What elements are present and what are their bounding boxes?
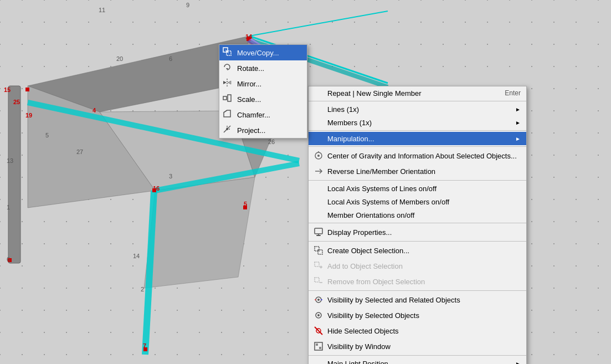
menu-item-display-props-label: Display Properties... xyxy=(327,228,392,237)
menu-item-repeat-label: Repeat | New Single Member xyxy=(327,89,422,98)
svg-line-7 xyxy=(249,11,388,36)
axis-label-9: 9 xyxy=(186,2,189,8)
axis-label-2: 2 xyxy=(141,286,144,293)
context-menu: Repeat | New Single Member Enter Lines (… xyxy=(308,86,527,364)
submenu-item-move-copy[interactable]: Move/Copy... xyxy=(219,45,307,60)
svg-point-35 xyxy=(317,299,320,301)
vis-selected-icon xyxy=(313,310,324,321)
submenu-item-chamfer[interactable]: Chamfer... xyxy=(219,107,307,122)
svg-rect-52 xyxy=(223,96,227,100)
project-icon xyxy=(223,125,234,136)
menu-item-vis-related[interactable]: Visibility by Selected and Related Objec… xyxy=(309,292,526,307)
submenu-item-scale[interactable]: Scale... xyxy=(219,91,307,107)
scale-icon xyxy=(223,94,234,105)
svg-marker-51 xyxy=(228,81,231,84)
menu-item-lines[interactable]: Lines (1x) ► xyxy=(309,102,526,116)
menu-item-display-props[interactable]: Display Properties... xyxy=(309,224,526,240)
gravity-icon xyxy=(313,150,324,161)
menu-item-local-axis-lines[interactable]: Local Axis Systems of Lines on/off xyxy=(309,182,526,195)
move-copy-icon xyxy=(223,47,234,58)
separator-7 xyxy=(309,290,526,291)
menu-item-main-light-label: Main Light Position xyxy=(327,360,388,365)
menu-item-remove-selection-label: Remove from Object Selection xyxy=(327,278,425,286)
svg-rect-27 xyxy=(315,247,319,251)
menu-item-members-label: Members (1x) xyxy=(327,119,372,127)
svg-rect-28 xyxy=(318,250,322,254)
remove-selection-icon xyxy=(313,276,324,287)
menu-item-vis-window[interactable]: Visibility by Window xyxy=(309,339,526,354)
axis-label-11: 11 xyxy=(99,7,105,13)
axis-label-6: 6 xyxy=(169,55,172,62)
svg-marker-50 xyxy=(223,81,227,84)
create-selection-icon xyxy=(313,245,324,256)
members-arrow-icon: ► xyxy=(510,120,521,126)
svg-rect-29 xyxy=(315,262,319,266)
axis-label-26: 26 xyxy=(268,139,275,145)
menu-item-remove-selection[interactable]: Remove from Object Selection xyxy=(309,274,526,289)
svg-rect-53 xyxy=(228,95,231,101)
menu-item-manipulation[interactable]: Manipulation... ► xyxy=(309,132,526,145)
svg-rect-43 xyxy=(316,344,318,346)
axis-label-20: 20 xyxy=(116,55,123,62)
separator-8 xyxy=(309,355,526,356)
menu-item-repeat-shortcut: Enter xyxy=(494,89,521,97)
separator-4 xyxy=(309,180,526,181)
display-props-icon xyxy=(313,227,324,238)
svg-rect-32 xyxy=(315,278,319,282)
node-label-14: 14 xyxy=(245,33,252,40)
menu-item-vis-related-label: Visibility by Selected and Related Objec… xyxy=(327,296,460,304)
menu-item-create-selection-label: Create Object Selection... xyxy=(327,247,409,255)
menu-item-gravity-label: Center of Gravity and Information About … xyxy=(327,152,517,160)
menu-item-main-light[interactable]: Main Light Position ► xyxy=(309,357,526,364)
submenu-item-project[interactable]: Project... xyxy=(219,122,307,138)
menu-item-member-orient[interactable]: Member Orientations on/off xyxy=(309,208,526,222)
svg-rect-13 xyxy=(25,88,29,91)
menu-item-local-axis-lines-label: Local Axis Systems of Lines on/off xyxy=(327,184,437,193)
separator-2 xyxy=(309,130,526,131)
menu-item-member-orient-label: Member Orientations on/off xyxy=(327,211,414,219)
add-selection-icon xyxy=(313,260,324,271)
menu-item-create-selection[interactable]: Create Object Selection... xyxy=(309,243,526,258)
menu-item-vis-selected[interactable]: Visibility by Selected Objects xyxy=(309,307,526,323)
node-label-4: 4 xyxy=(93,107,96,114)
mirror-icon xyxy=(223,78,234,89)
menu-item-local-axis-members[interactable]: Local Axis Systems of Members on/off xyxy=(309,195,526,208)
menu-item-reverse[interactable]: Reverse Line/Member Orientation xyxy=(309,163,526,179)
svg-rect-44 xyxy=(319,347,321,349)
menu-item-add-selection[interactable]: Add to Object Selection xyxy=(309,258,526,274)
vis-window-icon xyxy=(313,341,324,352)
svg-line-54 xyxy=(224,110,227,112)
menu-item-lines-label: Lines (1x) xyxy=(327,105,359,114)
submenu-item-rotate-label: Rotate... xyxy=(237,64,264,73)
separator-3 xyxy=(309,146,526,147)
chamfer-icon xyxy=(223,109,234,120)
node-label-5: 5 xyxy=(244,201,247,207)
axis-label-13: 13 xyxy=(7,157,13,164)
svg-point-39 xyxy=(317,314,320,316)
separator-5 xyxy=(309,223,526,223)
submenu-item-rotate[interactable]: Rotate... xyxy=(219,60,307,76)
node-label-16: 16 xyxy=(153,185,160,192)
axis-label-6b: 6 xyxy=(7,256,10,263)
submenu-item-move-copy-label: Move/Copy... xyxy=(237,49,279,57)
rotate-icon xyxy=(223,63,234,74)
vis-related-icon xyxy=(313,294,324,305)
svg-line-40 xyxy=(315,327,322,335)
menu-item-members[interactable]: Members (1x) ► xyxy=(309,116,526,129)
menu-item-hide-selected[interactable]: Hide Selected Objects xyxy=(309,323,526,339)
submenu: Move/Copy... Rotate... Mirror... xyxy=(219,44,307,139)
main-light-arrow-icon: ► xyxy=(510,361,521,365)
submenu-item-scale-label: Scale... xyxy=(237,95,261,104)
menu-item-repeat[interactable]: Repeat | New Single Member Enter xyxy=(309,86,526,100)
separator-1 xyxy=(309,101,526,101)
svg-rect-24 xyxy=(315,228,322,234)
svg-rect-11 xyxy=(8,86,20,263)
axis-label-5: 5 xyxy=(45,132,49,139)
menu-item-gravity[interactable]: Center of Gravity and Information About … xyxy=(309,148,526,163)
submenu-item-mirror-label: Mirror... xyxy=(237,80,261,88)
submenu-item-project-label: Project... xyxy=(237,126,265,135)
menu-item-add-selection-label: Add to Object Selection xyxy=(327,262,403,270)
node-label-25: 25 xyxy=(13,99,20,105)
submenu-item-mirror[interactable]: Mirror... xyxy=(219,76,307,91)
menu-item-vis-window-label: Visibility by Window xyxy=(327,342,391,351)
